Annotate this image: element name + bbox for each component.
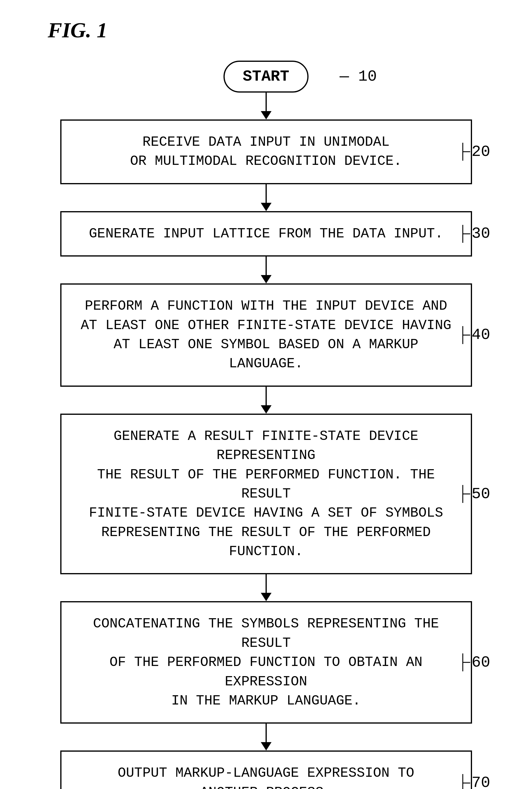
arrow-2-line (266, 184, 267, 203)
step30-bracket-svg (454, 225, 472, 243)
arrow-4-head (261, 405, 271, 414)
arrow-1-line (266, 93, 267, 111)
step50-ref-container: 50 (454, 485, 490, 503)
page: FIG. 1 START — 10 RECEIVE DATA INPUT IN … (0, 0, 532, 789)
arrow-5-head (261, 593, 271, 601)
step60-box: CONCATENATING THE SYMBOLS REPRESENTING T… (60, 601, 472, 723)
step50-box: GENERATE A RESULT FINITE-STATE DEVICE RE… (60, 414, 472, 574)
arrow-1-head (261, 111, 271, 120)
step30-text: GENERATE INPUT LATTICE FROM THE DATA INP… (89, 226, 443, 242)
step40-box: PERFORM A FUNCTION WITH THE INPUT DEVICE… (60, 283, 472, 387)
step50-container: GENERATE A RESULT FINITE-STATE DEVICE RE… (24, 414, 508, 574)
step20-text: RECEIVE DATA INPUT IN UNIMODAL OR MULTIM… (130, 134, 402, 169)
step60-ref-container: 60 (454, 654, 490, 671)
figure-title: FIG. 1 (48, 18, 508, 43)
arrow-4-line (266, 387, 267, 405)
step70-container: OUTPUT MARKUP-LANGUAGE EXPRESSION TO ANO… (24, 751, 508, 789)
step20-ref: 20 (472, 143, 490, 161)
step50-ref: 50 (472, 485, 490, 503)
step70-bracket-svg (454, 774, 472, 789)
step40-ref-container: 40 (454, 326, 490, 344)
step50-text: GENERATE A RESULT FINITE-STATE DEVICE RE… (89, 428, 443, 559)
step60-bracket-svg (454, 654, 472, 671)
arrow-5 (261, 574, 271, 601)
step60-text: CONCATENATING THE SYMBOLS REPRESENTING T… (93, 616, 439, 709)
step20-container: RECEIVE DATA INPUT IN UNIMODAL OR MULTIM… (24, 120, 508, 184)
step30-box: GENERATE INPUT LATTICE FROM THE DATA INP… (60, 211, 472, 257)
step70-ref-container: 70 (454, 774, 490, 789)
step40-text: PERFORM A FUNCTION WITH THE INPUT DEVICE… (80, 298, 451, 371)
arrow-6-line (266, 723, 267, 742)
arrow-2 (261, 184, 271, 211)
step70-text: OUTPUT MARKUP-LANGUAGE EXPRESSION TO ANO… (118, 766, 415, 789)
step70-box: OUTPUT MARKUP-LANGUAGE EXPRESSION TO ANO… (60, 751, 472, 789)
arrow-4 (261, 387, 271, 414)
step20-ref-container: 20 (454, 143, 490, 161)
arrow-1 (261, 93, 271, 120)
arrow-3-head (261, 275, 271, 283)
step40-container: PERFORM A FUNCTION WITH THE INPUT DEVICE… (24, 283, 508, 387)
step30-ref-container: 30 (454, 225, 490, 243)
start-node-container: START — 10 (24, 61, 508, 93)
step40-ref: 40 (472, 326, 490, 344)
step20-bracket-svg (454, 143, 472, 161)
arrow-5-line (266, 574, 267, 593)
arrow-3-line (266, 257, 267, 275)
step40-bracket-svg (454, 326, 472, 344)
step70-ref: 70 (472, 774, 490, 789)
arrow-6 (261, 723, 271, 751)
step30-ref: 30 (472, 225, 490, 242)
start-ref: — 10 (340, 68, 377, 86)
step50-bracket-svg (454, 485, 472, 503)
flowchart: START — 10 RECEIVE DATA INPUT IN UNIMODA… (24, 61, 508, 789)
arrow-3 (261, 257, 271, 283)
step60-container: CONCATENATING THE SYMBOLS REPRESENTING T… (24, 601, 508, 723)
start-oval: START (224, 61, 308, 93)
arrow-6-head (261, 742, 271, 751)
arrow-2-head (261, 203, 271, 211)
step30-container: GENERATE INPUT LATTICE FROM THE DATA INP… (24, 211, 508, 257)
step20-box: RECEIVE DATA INPUT IN UNIMODAL OR MULTIM… (60, 120, 472, 184)
step60-ref: 60 (472, 654, 490, 671)
